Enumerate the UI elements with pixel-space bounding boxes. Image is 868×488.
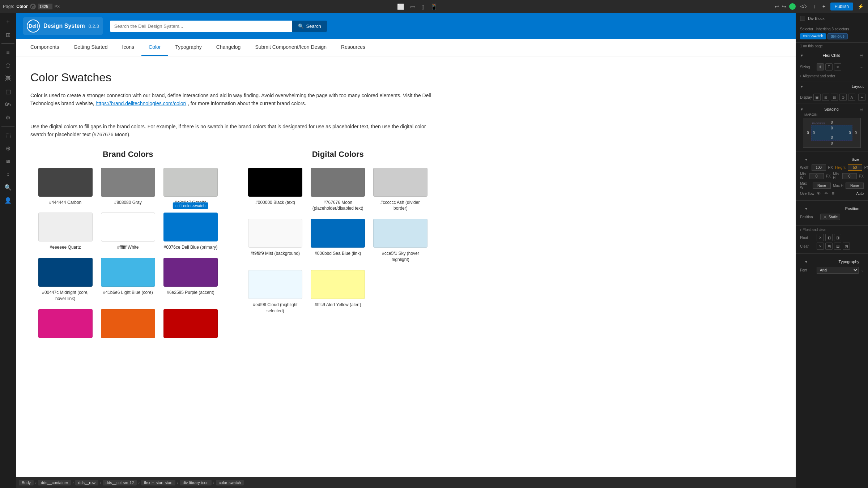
div-block-checkbox[interactable] [800,16,805,21]
sizing-icon-grow[interactable]: T [825,63,833,70]
margin-left[interactable]: 0 [805,130,811,136]
width-input[interactable] [812,164,826,171]
spacing-expand[interactable]: ⊟ [859,106,864,112]
lightning-icon[interactable]: ⚡ [856,3,865,10]
dds-search-button[interactable]: 🔍 Search [292,21,327,32]
tablet-landscape-icon[interactable]: ▭ [410,3,416,10]
nav-color[interactable]: Color [141,39,168,56]
navigator-icon[interactable]: ≡ [2,47,14,58]
search-icon[interactable]: 🔍 [2,181,14,193]
height-input[interactable] [848,164,862,171]
margin-right[interactable]: 0 [852,130,859,136]
minw-input[interactable] [809,173,824,179]
alignment-row[interactable]: › Alignment and order [796,73,868,81]
float-x-btn[interactable]: ✕ [817,234,824,241]
maxw-input[interactable] [813,183,831,189]
overflow-visibility-icon[interactable]: 👁 [817,191,821,196]
font-label: Font [800,268,814,272]
clear-left-icon[interactable]: ⬒ [825,243,833,250]
size-header[interactable]: ▼ Size [800,154,864,164]
cms-icon[interactable]: ◫ [2,86,14,97]
minh-input[interactable] [842,173,857,179]
redo-button[interactable]: ↪ [782,4,786,9]
px-input[interactable] [38,4,52,9]
font-row: Font Arial ⌄ [800,267,864,274]
float-header[interactable]: › Float and clear [800,228,864,232]
padding-left-val[interactable]: 0 [813,131,815,135]
ecommerce-icon[interactable]: 🛍 [2,99,14,110]
page-status-icon[interactable]: ⊙ [30,4,36,9]
dds-search-input[interactable] [110,21,293,32]
swatch-dell-blue[interactable]: □ color-swatch #0076ce Dell Blue (primar… [163,213,218,251]
share-icon[interactable]: ↑ [812,3,817,10]
breadcrumb-div-library[interactable]: div-library-icon [180,480,212,485]
dds-logo[interactable]: Dell Design System 0.2.3 [23,17,103,35]
typography-header[interactable]: ▼ Typography [800,257,864,267]
display-flex-icon[interactable]: ⊞ [822,94,829,101]
nav-getting-started[interactable]: Getting Started [66,39,115,56]
float-left-icon[interactable]: ◧ [825,234,833,241]
sizing-icon-shrink[interactable]: ⇕ [817,63,824,70]
desktop-icon[interactable]: ⬜ [397,3,404,10]
undo-button[interactable]: ↩ [775,4,779,9]
nav-components[interactable]: Components [23,39,66,56]
add-panel-icon[interactable]: ＋ [2,16,14,27]
code-icon[interactable]: </> [799,3,809,10]
maxh-input[interactable] [846,183,864,189]
display-text-icon[interactable]: A [848,94,855,101]
interaction-icon[interactable]: ↕ [2,168,14,180]
overflow-scroll-icon[interactable]: ≡ [832,191,834,196]
nav-changelog[interactable]: Changelog [209,39,248,56]
breadcrumb-container[interactable]: dds__container [38,480,71,485]
padding-bottom-val[interactable]: 0 [812,135,852,140]
sizing-more-btn[interactable]: ··· [859,64,864,70]
selector-tag-dell-blue[interactable]: dell-blue [827,33,848,39]
breadcrumb-flex[interactable]: flex-H-start-start [141,480,175,485]
padding-top-val[interactable]: 0 [812,125,852,131]
pages-icon[interactable]: ⊞ [2,29,14,40]
position-header[interactable]: ▼ Position [800,204,864,214]
font-expand[interactable]: ⌄ [861,268,864,272]
pos-x-icon[interactable]: ✕ [823,215,827,219]
publish-button[interactable]: Publish [830,3,853,10]
ai-icon[interactable]: ✦ [820,3,827,10]
margin-bottom[interactable]: 0 [805,141,859,146]
nav-submit[interactable]: Submit Component/Icon Design [248,39,334,56]
breadcrumb-body[interactable]: Body [19,480,34,485]
component-icon[interactable]: ⊕ [2,142,14,154]
left-sidebar: ＋ ⊞ ≡ ⬡ 🖼 ◫ 🛍 ⚙ ⬚ ⊕ ≋ ↕ 🔍 👤 [0,13,16,488]
breadcrumb-col[interactable]: dds__col-sm-12 [103,480,137,485]
flex-child-header[interactable]: ▼ Flex Child ⊟ [796,50,868,61]
clear-x-btn[interactable]: ✕ [817,243,824,250]
flex-child-expand[interactable]: ⊟ [859,52,864,58]
clear-both-icon[interactable]: ⬔ [843,243,850,250]
data-icon[interactable]: ≋ [2,155,14,167]
display-ai-icon[interactable]: ✦ [858,94,865,101]
breadcrumb-color-swatch[interactable]: color-swatch [216,480,244,485]
tablet-portrait-icon[interactable]: ▯ [421,3,425,10]
float-right-icon[interactable]: ◨ [834,234,841,241]
padding-right-val[interactable]: 0 [849,131,851,135]
display-block-icon[interactable]: ▣ [813,94,821,101]
brand-link[interactable]: https://brand.delltechnologies.com/color… [96,100,187,106]
help-icon[interactable]: 👤 [2,194,14,206]
size-section: ▼ Size Width PX Height PX Min W PX Min H… [796,151,868,200]
font-select[interactable]: Arial [817,267,859,274]
nav-typography[interactable]: Typography [168,39,209,56]
sizing-icon-none[interactable]: ✕ [834,63,841,70]
clear-right-icon[interactable]: ⬓ [834,243,841,250]
element-icon[interactable]: ⬚ [2,129,14,141]
display-none-icon[interactable]: ⊘ [839,94,847,101]
breadcrumb-row[interactable]: dds__row [75,480,98,485]
pos-tag-static[interactable]: ✕ Static [820,214,840,220]
nav-resources[interactable]: Resources [334,39,373,56]
overflow-edit-icon[interactable]: ✏ [825,191,828,196]
nav-icons[interactable]: Icons [115,39,141,56]
mobile-icon[interactable]: 📱 [430,3,438,10]
settings-icon[interactable]: ⚙ [2,112,14,123]
assets-icon[interactable]: 🖼 [2,73,14,84]
selector-tag-color-swatch[interactable]: color-swatch [800,33,826,39]
layout-header[interactable]: ▼ Layout [796,81,868,91]
components-icon[interactable]: ⬡ [2,60,14,71]
display-grid-icon[interactable]: ⊟ [831,94,838,101]
